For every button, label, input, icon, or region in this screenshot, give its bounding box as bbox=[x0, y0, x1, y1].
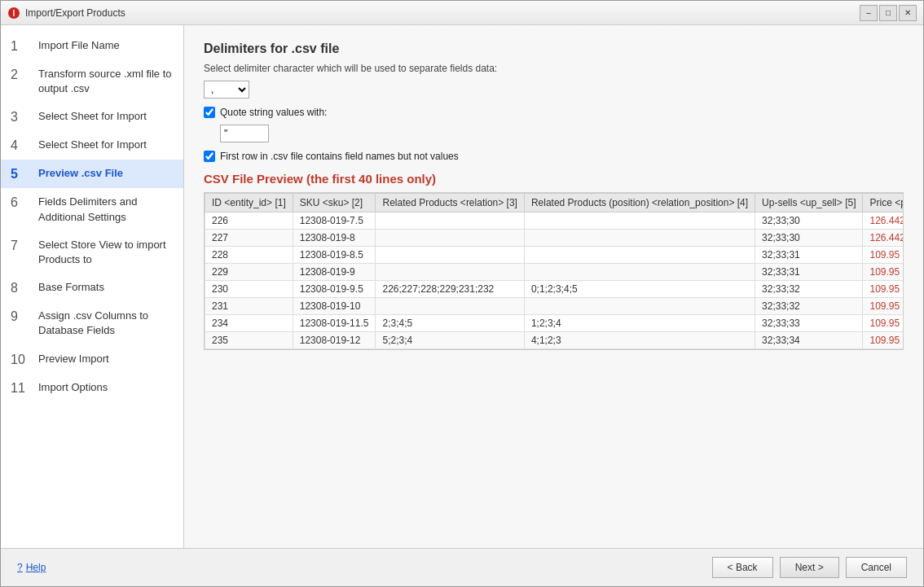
step-number-5: 5 bbox=[11, 167, 30, 182]
delimiter-section-desc: Select delimiter character which will be… bbox=[204, 63, 904, 74]
main-content: Delimiters for .csv file Select delimite… bbox=[184, 25, 923, 548]
sidebar-item-4[interactable]: 4 Select Sheet for Import bbox=[1, 131, 183, 160]
quote-input[interactable] bbox=[220, 125, 269, 142]
firstrow-checkbox[interactable] bbox=[204, 151, 215, 162]
table-cell: 126.4425 bbox=[863, 212, 904, 230]
table-row: 23412308-019-11.52;3;4;51;2;3;432;33;331… bbox=[205, 315, 904, 332]
content-area: 1 Import File Name 2 Transform source .x… bbox=[1, 25, 923, 548]
table-cell: 109.95 bbox=[863, 281, 904, 298]
table-row: 22812308-019-8.532;33;31109.95 bbox=[205, 247, 904, 264]
table-cell: 227 bbox=[205, 230, 293, 247]
table-cell: 12308-019-9 bbox=[293, 264, 376, 281]
table-cell bbox=[376, 298, 524, 315]
delimiter-row: , ; | tab bbox=[204, 81, 904, 99]
svg-text:I: I bbox=[13, 9, 15, 18]
step-label-2: Transform source .xml file to output .cs… bbox=[38, 67, 174, 96]
step-number-8: 8 bbox=[11, 281, 30, 296]
step-label-3: Select Sheet for Import bbox=[38, 109, 147, 124]
step-label-10: Preview Import bbox=[38, 352, 109, 366]
quote-checkbox-label: Quote string values with: bbox=[220, 107, 327, 118]
table-cell: 109.95 bbox=[863, 332, 904, 349]
delimiter-section-title: Delimiters for .csv file bbox=[204, 42, 904, 56]
help-label: Help bbox=[26, 562, 46, 573]
table-cell: 32;33;31 bbox=[755, 264, 863, 281]
table-cell: 109.95 bbox=[863, 315, 904, 332]
step-label-6: Fields Delimiters and Additional Setting… bbox=[38, 195, 174, 224]
table-cell: 12308-019-8 bbox=[293, 230, 376, 247]
step-label-1: Import File Name bbox=[38, 38, 120, 53]
help-link[interactable]: ? Help bbox=[17, 562, 46, 573]
step-number-9: 9 bbox=[11, 309, 30, 324]
step-number-4: 4 bbox=[11, 138, 30, 153]
step-label-9: Assign .csv Columns to Database Fields bbox=[38, 309, 174, 338]
step-number-6: 6 bbox=[11, 195, 30, 210]
table-cell: 32;33;32 bbox=[755, 298, 863, 315]
sidebar-item-5[interactable]: 5 Preview .csv File bbox=[1, 160, 183, 188]
table-cell: 226;227;228;229;231;232 bbox=[376, 281, 524, 298]
sidebar-item-1[interactable]: 1 Import File Name bbox=[1, 32, 183, 60]
table-cell: 126.4425 bbox=[863, 230, 904, 247]
sidebar-item-9[interactable]: 9 Assign .csv Columns to Database Fields bbox=[1, 302, 183, 344]
table-cell: 12308-019-12 bbox=[293, 332, 376, 349]
step-label-7: Select Store View to import Products to bbox=[38, 238, 174, 267]
firstrow-checkbox-label: First row in .csv file contains field na… bbox=[220, 151, 459, 162]
main-window: I Import/Export Products – □ ✕ 1 Import … bbox=[0, 0, 924, 587]
csv-preview-table: ID <entity_id> [1] SKU <sku> [2] Related… bbox=[205, 193, 904, 349]
sidebar-item-6[interactable]: 6 Fields Delimiters and Additional Setti… bbox=[1, 188, 183, 230]
restore-button[interactable]: □ bbox=[879, 5, 897, 21]
table-row: 22912308-019-932;33;31109.95 bbox=[205, 264, 904, 281]
back-button[interactable]: < Back bbox=[712, 557, 773, 578]
table-cell: 12308-019-11.5 bbox=[293, 315, 376, 332]
col-header-related: Related Products <relation> [3] bbox=[376, 194, 524, 212]
table-cell bbox=[376, 230, 524, 247]
close-button[interactable]: ✕ bbox=[899, 5, 917, 21]
table-cell: 2;3;4;5 bbox=[376, 315, 524, 332]
step-number-3: 3 bbox=[11, 110, 30, 125]
quote-checkbox[interactable] bbox=[204, 107, 215, 118]
sidebar-item-11[interactable]: 11 Import Options bbox=[1, 374, 183, 402]
table-cell: 12308-019-7.5 bbox=[293, 212, 376, 230]
table-cell bbox=[524, 264, 755, 281]
sidebar-item-2[interactable]: 2 Transform source .xml file to output .… bbox=[1, 60, 183, 103]
preview-title: CSV File Preview (the first 40 lines onl… bbox=[204, 172, 904, 186]
table-cell bbox=[524, 212, 755, 230]
step-number-10: 10 bbox=[11, 353, 30, 367]
sidebar-item-3[interactable]: 3 Select Sheet for Import bbox=[1, 103, 183, 131]
minimize-button[interactable]: – bbox=[860, 5, 878, 21]
csv-preview-table-wrapper: ID <entity_id> [1] SKU <sku> [2] Related… bbox=[204, 192, 904, 350]
table-cell bbox=[524, 298, 755, 315]
table-row: 23012308-019-9.5226;227;228;229;231;2320… bbox=[205, 281, 904, 298]
sidebar-item-8[interactable]: 8 Base Formats bbox=[1, 274, 183, 302]
cancel-button[interactable]: Cancel bbox=[846, 557, 907, 578]
table-cell: 32;33;30 bbox=[755, 212, 863, 230]
table-row: 23112308-019-1032;33;32109.95 bbox=[205, 298, 904, 315]
table-cell: 5;2;3;4 bbox=[376, 332, 524, 349]
window-controls: – □ ✕ bbox=[860, 5, 917, 21]
table-cell: 228 bbox=[205, 247, 293, 264]
step-number-7: 7 bbox=[11, 239, 30, 253]
table-cell bbox=[376, 264, 524, 281]
table-row: 23512308-019-125;2;3;44;1;2;332;33;34109… bbox=[205, 332, 904, 349]
sidebar-item-7[interactable]: 7 Select Store View to import Products t… bbox=[1, 231, 183, 274]
table-cell: 109.95 bbox=[863, 298, 904, 315]
firstrow-checkbox-row: First row in .csv file contains field na… bbox=[204, 151, 904, 162]
table-cell: 32;33;32 bbox=[755, 281, 863, 298]
table-cell: 0;1;2;3;4;5 bbox=[524, 281, 755, 298]
table-cell: 12308-019-10 bbox=[293, 298, 376, 315]
col-header-upsells: Up-sells <up_sell> [5] bbox=[755, 194, 863, 212]
delimiter-select[interactable]: , ; | tab bbox=[204, 81, 249, 99]
table-cell: 32;33;33 bbox=[755, 315, 863, 332]
table-cell: 32;33;30 bbox=[755, 230, 863, 247]
sidebar-item-10[interactable]: 10 Preview Import bbox=[1, 345, 183, 374]
footer-buttons: < Back Next > Cancel bbox=[712, 557, 907, 578]
table-cell bbox=[376, 212, 524, 230]
step-number-1: 1 bbox=[11, 39, 30, 54]
table-cell: 4;1;2;3 bbox=[524, 332, 755, 349]
step-label-11: Import Options bbox=[38, 380, 108, 395]
next-button[interactable]: Next > bbox=[780, 557, 839, 578]
app-icon: I bbox=[7, 7, 20, 20]
col-header-id: ID <entity_id> [1] bbox=[205, 194, 293, 212]
window-title: Import/Export Products bbox=[25, 7, 860, 19]
sidebar: 1 Import File Name 2 Transform source .x… bbox=[1, 25, 184, 548]
table-cell: 32;33;31 bbox=[755, 247, 863, 264]
